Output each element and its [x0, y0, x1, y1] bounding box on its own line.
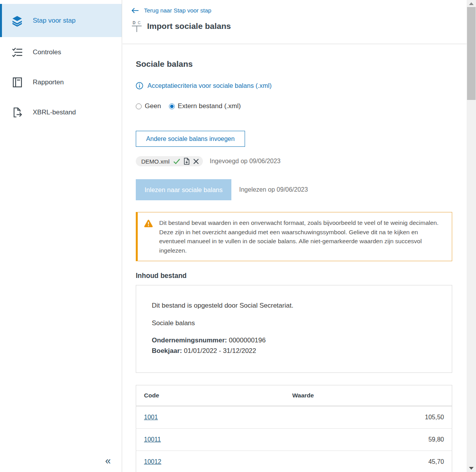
column-header-code: Code: [136, 385, 285, 406]
warning-icon: [144, 219, 153, 228]
file-content-line1: Dit bestand is opgesteld door Social Sec…: [152, 302, 436, 310]
fiscal-year-value: 01/01/2022 - 31/12/2022: [184, 347, 256, 354]
inserted-date-text: Ingevoegd op 09/06/2023: [210, 158, 281, 165]
file-content-line2: Sociale balans: [152, 319, 436, 327]
code-value: 59,80: [284, 429, 452, 451]
scrollbar-thumb[interactable]: [467, 7, 476, 100]
fiscal-year-row: Boekjaar: 01/01/2022 - 31/12/2022: [152, 346, 436, 356]
read-file-row: Inlezen naar sociale balans Ingelezen op…: [136, 179, 452, 200]
chevrons-left-icon: «: [105, 455, 111, 467]
file-content-box: Dit bestand is opgesteld door Social Sec…: [136, 285, 452, 373]
radio-extern-bestand-label: Extern bestand (.xml): [178, 102, 241, 110]
enterprise-number-row: Ondernemingsnummer: 0000000196: [152, 335, 436, 346]
scroll-down-icon[interactable]: [469, 467, 474, 470]
acceptance-criteria-link[interactable]: Acceptatiecriteria voor sociale balans (…: [136, 82, 272, 89]
section-title: Sociale balans: [136, 59, 452, 69]
codes-table: Code Waarde 1001 105,50 10011 59,80 1001…: [136, 385, 452, 472]
page-header: Terug naar Stap voor stap D C Import soc…: [123, 0, 467, 44]
code-value: 45,70: [284, 451, 452, 472]
main-panel: Terug naar Stap voor stap D C Import soc…: [123, 0, 467, 472]
page-title: Import sociale balans: [147, 21, 231, 31]
back-link-label: Terug naar Stap voor stap: [144, 7, 211, 14]
table-row: 10012 45,70: [136, 451, 452, 472]
enterprise-number-value: 0000000196: [229, 337, 266, 344]
table-row: 1001 105,50: [136, 406, 452, 429]
table-row: 10011 59,80: [136, 429, 452, 451]
enterprise-number-label: Ondernemingsnummer:: [152, 337, 227, 344]
uploaded-file-row: DEMO.xml: [136, 156, 452, 166]
page-content: Sociale balans Acceptatiecriteria voor s…: [123, 59, 467, 472]
page-title-row: D C Import sociale balans: [131, 20, 467, 32]
layers-icon: [11, 14, 23, 27]
source-radio-group: Geen Extern bestand (.xml): [136, 102, 452, 110]
acceptance-criteria-label: Acceptatiecriteria voor sociale balans (…: [147, 82, 272, 89]
radio-circle-unchecked[interactable]: [136, 103, 142, 109]
radio-circle-checked[interactable]: [169, 103, 175, 109]
code-link[interactable]: 1001: [144, 414, 158, 420]
remove-file-icon[interactable]: [193, 159, 199, 164]
sidebar-item-xbrl-bestand[interactable]: XBRL-bestand: [0, 97, 122, 127]
warning-banner: Dit bestand bevat waarden in een onverwa…: [136, 212, 452, 261]
info-icon: [136, 82, 143, 89]
read-to-social-balance-button[interactable]: Inlezen naar sociale balans: [136, 179, 231, 200]
file-download-icon[interactable]: [184, 158, 190, 165]
sidebar-item-label: XBRL-bestand: [33, 109, 76, 116]
import-sociale-balans-page: Stap voor stap Controles: [0, 0, 476, 472]
radio-geen-label: Geen: [145, 102, 161, 110]
insert-other-balance-button[interactable]: Andere sociale balans invoegen: [136, 131, 245, 147]
check-icon: [173, 159, 180, 164]
t-account-icon: D C: [131, 20, 142, 32]
arrow-left-icon: [131, 8, 139, 13]
checklist-icon: [11, 46, 23, 59]
file-export-icon: [11, 106, 23, 119]
file-content-heading: Inhoud bestand: [136, 271, 452, 280]
sidebar-item-label: Rapporten: [33, 78, 64, 86]
table-header-row: Code Waarde: [136, 385, 452, 406]
sidebar-item-label: Stap voor stap: [33, 17, 76, 25]
sidebar-item-rapporten[interactable]: Rapporten: [0, 67, 122, 97]
code-link[interactable]: 10011: [144, 436, 161, 443]
warning-message: Dit bestand bevat waarden in een onverwa…: [159, 218, 445, 255]
radio-extern-bestand[interactable]: Extern bestand (.xml): [169, 102, 241, 110]
svg-text:C: C: [138, 21, 140, 25]
fiscal-year-label: Boekjaar:: [152, 347, 182, 354]
code-value: 105,50: [284, 406, 452, 429]
file-name: DEMO.xml: [141, 158, 170, 165]
column-header-waarde: Waarde: [284, 385, 452, 406]
code-link[interactable]: 10012: [144, 458, 162, 465]
read-date-text: Ingelezen op 09/06/2023: [239, 186, 308, 193]
back-link[interactable]: Terug naar Stap voor stap: [131, 7, 211, 14]
vertical-scrollbar[interactable]: [467, 0, 476, 472]
sidebar: Stap voor stap Controles: [0, 0, 122, 472]
file-chip: DEMO.xml: [136, 156, 203, 166]
report-icon: [11, 76, 23, 89]
file-content-fields: Ondernemingsnummer: 0000000196 Boekjaar:…: [152, 335, 436, 356]
scroll-up-icon[interactable]: [469, 2, 474, 5]
radio-geen[interactable]: Geen: [136, 102, 161, 110]
sidebar-nav: Stap voor stap Controles: [0, 0, 122, 127]
sidebar-item-stap-voor-stap[interactable]: Stap voor stap: [0, 4, 122, 37]
svg-text:D: D: [133, 21, 135, 25]
sidebar-collapse-button[interactable]: «: [105, 456, 111, 466]
sidebar-item-controles[interactable]: Controles: [0, 37, 122, 67]
sidebar-item-label: Controles: [33, 48, 61, 56]
